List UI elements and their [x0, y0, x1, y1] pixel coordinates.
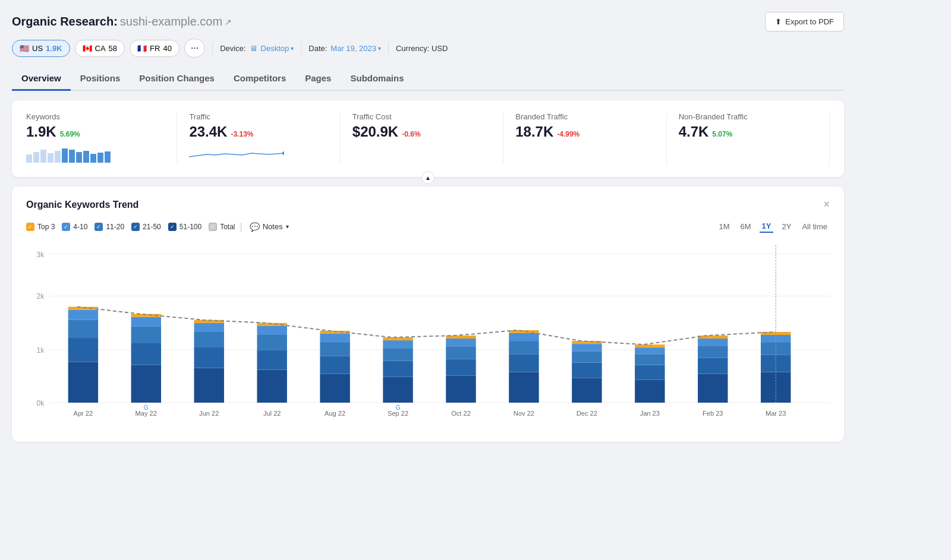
svg-text:Mar 23: Mar 23: [766, 410, 786, 417]
notes-button[interactable]: 💬 Notes ▾: [247, 222, 291, 232]
bar-jun22: Jun 22: [194, 320, 224, 417]
page-title: Organic Research: sushi-example.com ↗: [12, 15, 232, 29]
svg-text:G: G: [144, 404, 149, 411]
bar-sep22: Sep 22 G: [383, 337, 412, 417]
svg-rect-71: [698, 374, 728, 403]
bar-dec22: Dec 22: [572, 341, 602, 417]
keywords-sparkbar: [26, 145, 165, 163]
svg-rect-73: [698, 346, 728, 357]
header-row: Organic Research: sushi-example.com ↗ ⬆ …: [12, 12, 844, 31]
svg-rect-54: [509, 354, 539, 372]
bar-aug22: Aug 22: [320, 331, 349, 417]
svg-text:3k: 3k: [36, 251, 45, 259]
page-container: Organic Research: sushi-example.com ↗ ⬆ …: [12, 12, 844, 442]
metric-keywords: Keywords 1.9K 5.69%: [26, 112, 177, 165]
collapse-arrow-button[interactable]: ▲: [421, 171, 434, 184]
time-range-row: 1M 6M 1Y 2Y All time: [716, 220, 830, 233]
svg-text:Feb 23: Feb 23: [703, 410, 723, 417]
legend-total[interactable]: ✓ Total: [209, 223, 235, 231]
bar-oct22: Oct 22: [446, 336, 476, 417]
tab-pages[interactable]: Pages: [295, 67, 341, 91]
bar-nov22: Nov 22: [509, 330, 539, 417]
svg-rect-11: [68, 320, 98, 338]
svg-rect-9: [68, 362, 98, 403]
date-filter: Date: Mar 19, 2023 ▾: [308, 44, 381, 53]
svg-rect-49: [446, 346, 476, 359]
export-button[interactable]: ⬆ Export to PDF: [765, 12, 844, 31]
svg-rect-59: [572, 378, 602, 403]
legend-controls-row: ✓ Top 3 ✓ 4-10 ✓ 11-20 ✓ 21-50: [26, 220, 830, 233]
legend-top3[interactable]: ✓ Top 3: [26, 223, 55, 231]
time-1m-button[interactable]: 1M: [716, 221, 732, 232]
divider3: [388, 42, 389, 54]
svg-rect-68: [635, 347, 665, 354]
svg-rect-72: [698, 357, 728, 374]
svg-rect-53: [509, 372, 539, 403]
export-icon: ⬆: [775, 17, 782, 26]
country-us-button[interactable]: 🇺🇸 US 1.9K: [12, 40, 70, 57]
svg-rect-31: [257, 326, 286, 335]
date-dropdown[interactable]: Mar 19, 2023 ▾: [330, 44, 381, 53]
svg-rect-15: [131, 365, 161, 403]
bar-apr22: Apr 22: [68, 307, 98, 417]
svg-rect-22: [194, 368, 224, 403]
trend-chart: 3k 2k 1k 0k Apr 22: [26, 240, 830, 430]
svg-rect-30: [257, 335, 286, 350]
us-flag-icon: 🇺🇸: [20, 44, 29, 53]
tab-subdomains[interactable]: Subdomains: [341, 67, 413, 91]
svg-rect-75: [698, 336, 728, 338]
svg-rect-16: [131, 343, 161, 365]
time-1y-button[interactable]: 1Y: [760, 220, 774, 233]
svg-text:Jun 22: Jun 22: [199, 410, 219, 417]
svg-text:2k: 2k: [36, 292, 45, 300]
country-fr-button[interactable]: 🇫🇷 FR 40: [130, 40, 180, 57]
time-2y-button[interactable]: 2Y: [779, 221, 793, 232]
time-6m-button[interactable]: 6M: [738, 221, 754, 232]
device-icon: 🖥: [250, 44, 257, 53]
svg-rect-25: [194, 323, 224, 332]
tab-overview[interactable]: Overview: [12, 67, 71, 91]
svg-rect-62: [572, 344, 602, 351]
trend-title: Organic Keywords Trend: [26, 200, 138, 210]
svg-text:Dec 22: Dec 22: [577, 410, 597, 417]
svg-rect-55: [509, 341, 539, 354]
svg-rect-17: [131, 327, 161, 343]
notes-chevron-icon: ▾: [286, 223, 289, 230]
svg-text:Aug 22: Aug 22: [325, 410, 345, 417]
svg-rect-65: [635, 380, 665, 403]
legend-11-20[interactable]: ✓ 11-20: [95, 223, 124, 231]
svg-rect-28: [257, 370, 286, 403]
fr-flag-icon: 🇫🇷: [137, 44, 147, 53]
svg-rect-66: [635, 365, 665, 379]
svg-rect-36: [320, 342, 349, 356]
legend-51-100[interactable]: ✓ 51-100: [168, 223, 201, 231]
legend-4-10[interactable]: ✓ 4-10: [62, 223, 87, 231]
legend-and-notes: ✓ Top 3 ✓ 4-10 ✓ 11-20 ✓ 21-50: [26, 222, 291, 232]
svg-rect-44: [383, 337, 412, 340]
close-icon[interactable]: ×: [823, 198, 830, 211]
svg-rect-40: [383, 377, 412, 403]
svg-rect-42: [383, 348, 412, 360]
metrics-card: Keywords 1.9K 5.69% Traffi: [12, 100, 844, 177]
svg-rect-67: [635, 354, 665, 365]
svg-rect-34: [320, 374, 349, 403]
svg-rect-56: [509, 333, 539, 341]
tab-position-changes[interactable]: Position Changes: [130, 67, 224, 91]
more-countries-button[interactable]: ···: [184, 39, 205, 58]
svg-rect-69: [635, 344, 665, 347]
external-link-icon[interactable]: ↗: [225, 17, 232, 27]
svg-rect-10: [68, 338, 98, 362]
legend-21-50[interactable]: ✓ 21-50: [131, 223, 161, 231]
country-ca-button[interactable]: 🇨🇦 CA 58: [75, 40, 125, 57]
filter-row: 🇺🇸 US 1.9K 🇨🇦 CA 58 🇫🇷 FR 40 ··· Device:…: [12, 39, 844, 58]
device-dropdown[interactable]: Desktop ▾: [261, 44, 294, 53]
traffic-sparkline: [189, 145, 284, 163]
time-alltime-button[interactable]: All time: [799, 221, 830, 232]
tab-competitors[interactable]: Competitors: [224, 67, 295, 91]
chevron-down-icon: ▾: [291, 45, 294, 52]
svg-rect-50: [446, 338, 476, 346]
chevron-down-icon: ▾: [378, 45, 381, 52]
tab-positions[interactable]: Positions: [71, 67, 130, 91]
metric-traffic: Traffic 23.4K -3.13%: [177, 112, 340, 165]
svg-rect-29: [257, 350, 286, 369]
